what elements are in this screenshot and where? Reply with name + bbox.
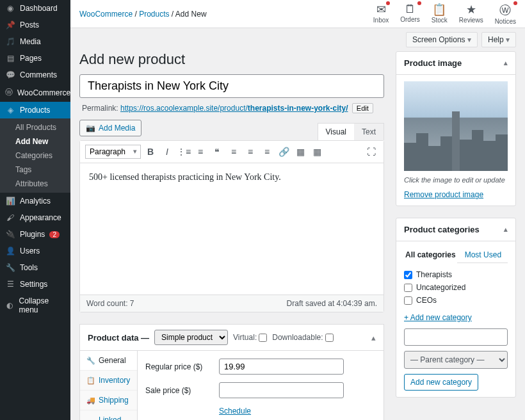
subnav-attributes[interactable]: Attributes xyxy=(0,177,70,191)
product-image-heading: Product image xyxy=(404,58,462,68)
subnav-categories[interactable]: Categories xyxy=(0,149,70,163)
editor-footer: Word count: 7 Draft saved at 4:04:39 am. xyxy=(80,295,384,312)
pd-tab-general[interactable]: 🔧General xyxy=(80,351,137,371)
subnav-add-new[interactable]: Add New xyxy=(0,134,70,149)
nav-analytics[interactable]: 📊Analytics xyxy=(0,193,70,209)
add-category-toggle[interactable]: + Add new category xyxy=(404,313,508,322)
panel-reviews[interactable]: ★Reviews xyxy=(459,3,483,25)
schedule-link[interactable]: Schedule xyxy=(219,407,251,416)
add-category-button[interactable]: Add new category xyxy=(404,374,478,391)
category-tabs: All categories Most Used xyxy=(404,248,508,263)
cat-tab-most-used[interactable]: Most Used xyxy=(464,248,503,262)
virtual-checkbox-label[interactable]: Virtual: xyxy=(233,333,267,342)
panel-toggle-icon[interactable]: ▴ xyxy=(504,59,508,67)
admin-sidebar: ◉Dashboard 📌Posts 🎵Media ▤Pages 💬Comment… xyxy=(0,0,70,420)
panel-stock[interactable]: 📋Stock xyxy=(432,3,448,25)
cat-therapists[interactable]: Therapists xyxy=(404,268,508,281)
pd-tab-linked[interactable]: 🔗Linked Products xyxy=(80,410,137,420)
downloadable-checkbox[interactable] xyxy=(325,334,334,342)
product-data-heading: Product data — xyxy=(88,333,149,343)
more-button[interactable]: ▦ xyxy=(293,145,307,159)
top-bar: WooCommerce / Products / Add New ✉Inbox … xyxy=(70,0,525,28)
subnav-tags[interactable]: Tags xyxy=(0,163,70,177)
screen-meta-row: Screen Options ▾ Help ▾ xyxy=(70,28,525,51)
align-right-button[interactable]: ≡ xyxy=(260,145,274,159)
screen-options-button[interactable]: Screen Options ▾ xyxy=(406,32,478,47)
help-button[interactable]: Help ▾ xyxy=(481,32,516,47)
cat-tab-all[interactable]: All categories xyxy=(404,248,457,263)
product-type-select[interactable]: Simple product xyxy=(154,330,228,345)
nav-tools[interactable]: 🔧Tools xyxy=(0,259,70,276)
product-categories-box: Product categories▴ All categories Most … xyxy=(396,218,516,398)
pin-icon: 📌 xyxy=(5,20,15,29)
editor-toolbar: Paragraph B I ⋮≡ ≡ ❝ ≡ ≡ ≡ 🔗 ▦ ▦ ⛶ xyxy=(80,141,384,163)
word-count: Word count: 7 xyxy=(86,299,134,308)
pd-tab-inventory[interactable]: 📋Inventory xyxy=(80,371,137,391)
italic-button[interactable]: I xyxy=(160,145,174,159)
panel-notices[interactable]: ⓦNotices xyxy=(495,3,516,25)
toolbar-toggle-button[interactable]: ▦ xyxy=(310,145,324,159)
nav-comments[interactable]: 💬Comments xyxy=(0,67,70,83)
regular-price-input[interactable] xyxy=(219,359,344,375)
nav-appearance[interactable]: 🖌Appearance xyxy=(0,209,70,226)
cat-uncategorized[interactable]: Uncategorized xyxy=(404,281,508,294)
plug-icon: 🔌 xyxy=(5,230,15,239)
nav-woocommerce[interactable]: ⓦWooCommerce xyxy=(0,83,70,102)
numbered-list-button[interactable]: ≡ xyxy=(193,145,207,159)
nav-products[interactable]: ◈Products xyxy=(0,102,70,118)
draft-status: Draft saved at 4:04:39 am. xyxy=(287,299,377,308)
chart-icon: 📊 xyxy=(5,197,15,206)
remove-image-link[interactable]: Remove product image xyxy=(404,190,483,199)
align-center-button[interactable]: ≡ xyxy=(243,145,257,159)
panel-inbox[interactable]: ✉Inbox xyxy=(373,3,389,25)
permalink-link[interactable]: https://ros.acoolexample.site/product/th… xyxy=(120,104,348,113)
nav-media[interactable]: 🎵Media xyxy=(0,33,70,50)
chevron-down-icon: ▾ xyxy=(467,35,471,44)
bullet-list-button[interactable]: ⋮≡ xyxy=(177,145,191,159)
tab-text[interactable]: Text xyxy=(354,124,384,140)
dashboard-icon: ◉ xyxy=(5,4,15,13)
editor-mode-tabs: Visual Text xyxy=(318,123,384,140)
nav-pages[interactable]: ▤Pages xyxy=(0,50,70,67)
new-category-input[interactable] xyxy=(404,328,508,346)
subnav-all-products[interactable]: All Products xyxy=(0,120,70,134)
panel-orders[interactable]: 🗒Orders xyxy=(400,3,420,25)
categories-heading: Product categories xyxy=(404,225,480,234)
blockquote-button[interactable]: ❝ xyxy=(210,145,224,159)
nav-settings[interactable]: ☰Settings xyxy=(0,276,70,293)
chevron-down-icon: ▾ xyxy=(506,35,510,44)
crumb-woocommerce[interactable]: WooCommerce xyxy=(79,10,133,19)
tab-visual[interactable]: Visual xyxy=(318,124,354,140)
wordpress-icon: ⓦ xyxy=(495,3,516,18)
nav-users[interactable]: 👤Users xyxy=(0,243,70,259)
link-button[interactable]: 🔗 xyxy=(277,145,291,159)
downloadable-checkbox-label[interactable]: Downloadable: xyxy=(272,333,333,342)
crumb-products[interactable]: Products xyxy=(139,10,169,19)
product-data-body: 🔧General 📋Inventory 🚚Shipping 🔗Linked Pr… xyxy=(80,351,384,420)
product-data-tabs: 🔧General 📋Inventory 🚚Shipping 🔗Linked Pr… xyxy=(80,351,138,420)
sale-price-input[interactable] xyxy=(219,382,344,398)
align-left-button[interactable]: ≡ xyxy=(227,145,241,159)
product-image-thumbnail[interactable] xyxy=(404,81,508,171)
fullscreen-button[interactable]: ⛶ xyxy=(364,145,378,159)
nav-dashboard[interactable]: ◉Dashboard xyxy=(0,0,70,17)
format-select[interactable]: Paragraph xyxy=(85,145,141,159)
nav-collapse[interactable]: ◐Collapse menu xyxy=(0,293,70,318)
editor-head: 📷Add Media Visual Text xyxy=(79,120,384,140)
panel-toggle-icon[interactable]: ▴ xyxy=(371,333,376,343)
parent-category-select[interactable]: — Parent category — xyxy=(404,351,508,369)
nav-plugins[interactable]: 🔌Plugins2 xyxy=(0,226,70,243)
panel-toggle-icon[interactable]: ▴ xyxy=(504,225,508,234)
product-title-input[interactable] xyxy=(79,74,384,98)
truck-icon: 🚚 xyxy=(86,396,95,405)
editor-body[interactable]: 500+ licensed therapists practicing in N… xyxy=(80,163,384,295)
bold-button[interactable]: B xyxy=(143,145,158,159)
archive-icon: ◈ xyxy=(5,106,15,115)
product-data-box: Product data — Simple product Virtual: D… xyxy=(79,324,384,420)
cat-ceos[interactable]: CEOs xyxy=(404,294,508,307)
pd-tab-shipping[interactable]: 🚚Shipping xyxy=(80,391,137,410)
virtual-checkbox[interactable] xyxy=(259,334,267,342)
add-media-button[interactable]: 📷Add Media xyxy=(79,120,141,136)
nav-posts[interactable]: 📌Posts xyxy=(0,17,70,33)
edit-permalink-button[interactable]: Edit xyxy=(352,103,373,113)
